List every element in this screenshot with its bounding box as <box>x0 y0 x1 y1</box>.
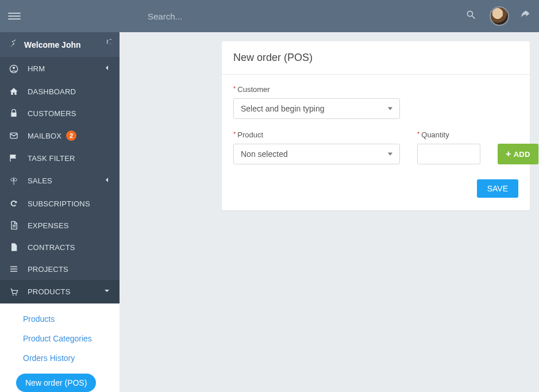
sidebar-item-label: PRODUCTS <box>28 287 71 296</box>
svg-point-3 <box>13 294 14 295</box>
sidebar-item-label: SUBSCRIPTIONS <box>28 199 90 208</box>
sidebar-item-subscriptions[interactable]: SUBSCRIPTIONS <box>0 193 120 214</box>
product-label: *Product <box>233 130 400 139</box>
search-input[interactable] <box>148 11 332 21</box>
quantity-label-text: Quantity <box>421 130 449 139</box>
bars-icon <box>8 264 20 274</box>
caret-down-icon <box>388 107 392 110</box>
quantity-input[interactable] <box>417 144 480 164</box>
svg-point-4 <box>16 294 17 295</box>
sidebar-item-label: PROJECTS <box>28 265 68 274</box>
mail-icon <box>8 131 20 140</box>
sidebar: Welcome John HRM DASHBOARD CUSTOMERS MAI… <box>0 32 120 392</box>
sidebar-item-dashboard[interactable]: DASHBOARD <box>0 80 120 102</box>
save-button[interactable]: SAVE <box>477 179 518 198</box>
flag-icon <box>8 153 20 163</box>
submenu-item-new-order[interactable]: New order (POS) <box>16 374 96 392</box>
welcome-row: Welcome John <box>0 32 120 57</box>
file-icon <box>8 243 20 252</box>
sidebar-item-task-filter[interactable]: TASK FILTER <box>0 147 120 169</box>
sidebar-item-customers[interactable]: CUSTOMERS <box>0 102 120 124</box>
avatar[interactable] <box>490 6 509 26</box>
sidebar-item-label: SALES <box>28 176 52 185</box>
sidebar-item-label: CONTRACTS <box>28 243 75 252</box>
welcome-text: Welcome John <box>24 40 81 49</box>
sidebar-item-expenses[interactable]: EXPENSES <box>0 214 120 236</box>
sidebar-item-label: EXPENSES <box>28 221 69 230</box>
refresh-icon <box>8 199 20 208</box>
caret-down-icon <box>388 153 392 156</box>
add-button-label: ADD <box>514 150 530 159</box>
sidebar-item-sales[interactable]: SALES <box>0 169 120 193</box>
customer-label-text: Customer <box>237 85 270 94</box>
sidebar-item-label: MAILBOX <box>28 132 61 140</box>
sidebar-item-contracts[interactable]: CONTRACTS <box>0 236 120 258</box>
content-area: New order (POS) *Customer Select and beg… <box>120 32 539 392</box>
document-icon <box>8 221 20 230</box>
home-icon <box>8 87 20 96</box>
customer-select[interactable]: Select and begin typing <box>233 98 400 119</box>
power-icon[interactable] <box>102 39 111 50</box>
sidebar-item-label: CUSTOMERS <box>28 109 76 118</box>
new-order-card: New order (POS) *Customer Select and beg… <box>222 41 530 210</box>
search-icon[interactable] <box>465 9 477 23</box>
submenu-item-categories[interactable]: Product Categories <box>0 329 120 348</box>
plus-icon: + <box>506 149 511 159</box>
topbar <box>0 0 539 32</box>
submenu-item-products[interactable]: Products <box>0 309 120 329</box>
submenu-item-orders-history[interactable]: Orders History <box>0 348 120 368</box>
sidebar-item-label: TASK FILTER <box>28 154 75 163</box>
products-submenu: Products Product Categories Orders Histo… <box>0 303 120 392</box>
product-select[interactable]: Non selected <box>233 144 400 164</box>
user-circle-icon <box>8 64 20 74</box>
menu-toggle-button[interactable] <box>8 10 21 22</box>
pin-icon <box>8 39 17 50</box>
card-title: New order (POS) <box>222 41 530 75</box>
sidebar-item-label: DASHBOARD <box>28 87 76 96</box>
customer-label: *Customer <box>233 85 518 94</box>
sidebar-item-hrm[interactable]: HRM <box>0 57 120 80</box>
lock-icon <box>8 109 20 118</box>
sidebar-item-products[interactable]: PRODUCTS <box>0 280 120 303</box>
quantity-label: *Quantity <box>417 130 480 139</box>
share-icon[interactable] <box>519 9 531 23</box>
search-wrap <box>21 11 459 21</box>
sidebar-item-projects[interactable]: PROJECTS <box>0 258 120 280</box>
mailbox-badge: 2 <box>66 130 76 141</box>
chevron-down-icon <box>102 286 111 297</box>
customer-select-value: Select and begin typing <box>241 104 325 113</box>
add-button[interactable]: + ADD <box>498 144 538 164</box>
product-select-value: Non selected <box>241 149 288 159</box>
sidebar-item-mailbox[interactable]: MAILBOX 2 <box>0 124 120 147</box>
sidebar-item-label: HRM <box>28 64 45 73</box>
product-label-text: Product <box>237 130 263 139</box>
scales-icon <box>8 176 20 186</box>
cart-icon <box>8 287 20 297</box>
svg-point-1 <box>13 67 15 69</box>
chevron-left-icon <box>102 175 111 186</box>
chevron-left-icon <box>102 63 111 74</box>
